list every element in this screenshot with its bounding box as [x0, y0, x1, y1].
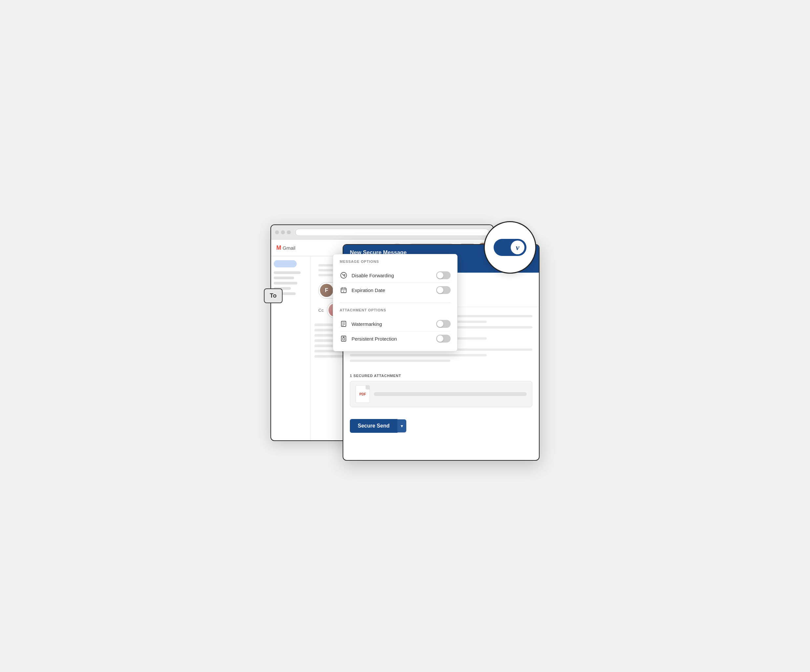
virtru-toggle-circle: v: [484, 221, 536, 274]
browser-dot-yellow: [281, 230, 285, 234]
watermarking-label: Watermarking: [351, 321, 432, 327]
compose-line-8: [350, 354, 487, 356]
attachment-label: 1 SECURED ATTACHMENT: [350, 374, 532, 378]
to-label-box: To: [264, 288, 283, 303]
gmail-m-letter: M: [276, 244, 281, 251]
cc-label: Cc: [318, 308, 324, 313]
to-label-text: To: [270, 292, 277, 299]
attachment-box: PDF: [350, 381, 532, 407]
virtru-big-toggle[interactable]: v: [494, 239, 526, 256]
attachment-section: 1 SECURED ATTACHMENT PDF: [350, 374, 532, 407]
sidebar-item-1: [274, 271, 300, 274]
browser-dot-red: [275, 230, 279, 234]
watermarking-toggle[interactable]: [436, 320, 451, 328]
scene: M Gmail U: [270, 211, 540, 461]
persistent-protection-row: Persistent Protection: [340, 332, 451, 346]
browser-bar: [271, 225, 493, 239]
browser-address-bar[interactable]: [295, 229, 489, 236]
disable-forwarding-toggle[interactable]: [436, 271, 451, 279]
persistent-protection-label: Persistent Protection: [351, 336, 432, 342]
gmail-logo: M Gmail: [276, 244, 295, 251]
watermarking-row: Watermarking: [340, 317, 451, 332]
disable-forwarding-icon: [340, 271, 348, 279]
compose-button-placeholder[interactable]: [274, 260, 297, 268]
attachment-filename-bar: [374, 392, 527, 396]
secure-send-group: Secure Send ▾: [350, 419, 532, 433]
svg-rect-12: [343, 338, 344, 340]
options-panel: MESSAGE OPTIONS Disable Forwarding: [333, 254, 457, 352]
expiration-date-row: Expiration Date: [340, 283, 451, 297]
sidebar-item-2: [274, 276, 294, 279]
message-options-section: MESSAGE OPTIONS Disable Forwarding: [333, 254, 457, 303]
sidebar-item-3: [274, 282, 297, 285]
compose-line-9: [350, 360, 450, 362]
message-options-title: MESSAGE OPTIONS: [340, 259, 451, 263]
gmail-sidebar: [271, 256, 310, 441]
expiration-date-toggle[interactable]: [436, 286, 451, 294]
frank-avatar-face: F: [320, 284, 333, 297]
frank-avatar: F: [320, 284, 333, 297]
attachment-options-section: ATTACHMENT OPTIONS Watermarking: [333, 303, 457, 351]
browser-dot-green: [287, 230, 291, 234]
virtru-v-letter: v: [516, 243, 520, 252]
secure-send-button[interactable]: Secure Send: [350, 419, 397, 433]
pdf-icon: PDF: [356, 385, 370, 403]
disable-forwarding-row: Disable Forwarding: [340, 268, 451, 283]
virtru-toggle-knob: v: [511, 241, 525, 254]
persistent-protection-toggle[interactable]: [436, 335, 451, 343]
expiration-date-label: Expiration Date: [351, 288, 432, 293]
attachment-options-title: ATTACHMENT OPTIONS: [340, 308, 451, 312]
persistent-protection-icon: [340, 335, 348, 343]
secure-send-dropdown-button[interactable]: ▾: [397, 419, 406, 433]
watermarking-icon: [340, 320, 348, 328]
pdf-text: PDF: [359, 392, 366, 396]
gmail-label: Gmail: [283, 245, 295, 251]
expiration-date-icon: [340, 286, 348, 294]
disable-forwarding-label: Disable Forwarding: [351, 273, 432, 278]
compose-footer: Secure Send ▾: [343, 414, 539, 438]
